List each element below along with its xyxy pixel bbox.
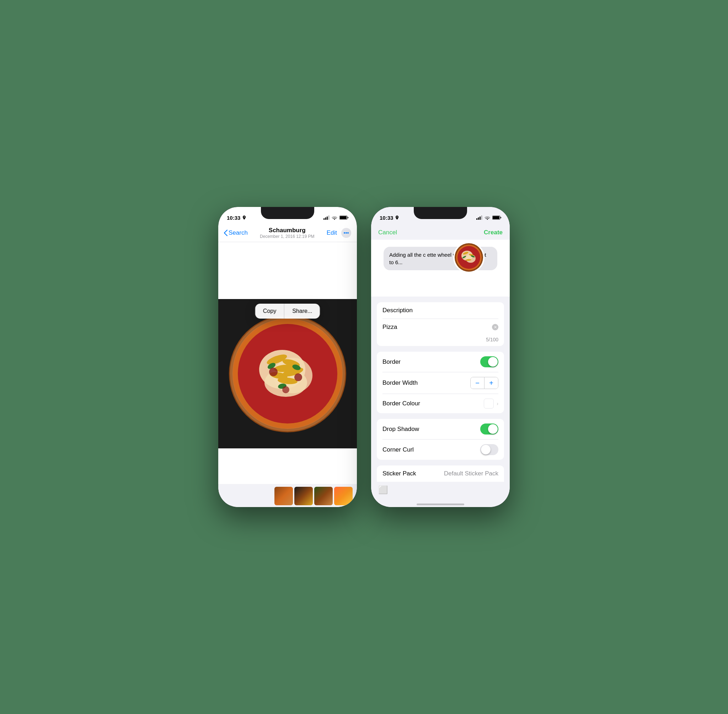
toggle-knob-shadow bbox=[488, 424, 498, 434]
thumbnail-3[interactable] bbox=[314, 487, 333, 505]
section-divider-1 bbox=[371, 297, 510, 302]
cancel-button[interactable]: Cancel bbox=[378, 229, 397, 236]
nav-bar-1: Search Schaumburg December 1, 2016 12:19… bbox=[218, 225, 357, 242]
time-label-1: 10:33 bbox=[227, 215, 240, 221]
drop-shadow-toggle[interactable] bbox=[480, 423, 498, 435]
clear-button[interactable]: ✕ bbox=[492, 324, 498, 330]
description-input[interactable] bbox=[382, 324, 489, 331]
status-time-2: 10:33 bbox=[380, 215, 400, 221]
thumbnail-2[interactable] bbox=[294, 487, 313, 505]
stepper-plus[interactable]: + bbox=[484, 377, 498, 388]
phone-2-screen: 10:33 bbox=[371, 207, 510, 507]
preview-area: Adding all the c ette wheel will equival… bbox=[371, 240, 510, 297]
border-card: Border Border Width − + Border Colour › bbox=[377, 352, 504, 413]
border-row: Border bbox=[382, 352, 498, 372]
back-button-1[interactable]: Search bbox=[224, 230, 248, 237]
status-icons-2 bbox=[476, 216, 501, 220]
svg-point-25 bbox=[269, 368, 278, 376]
toggle-knob-curl bbox=[481, 445, 491, 454]
corner-curl-label: Corner Curl bbox=[382, 446, 414, 453]
chevron-left-icon-1 bbox=[224, 230, 228, 236]
border-label: Border bbox=[382, 358, 401, 366]
thumbnail-strip bbox=[218, 484, 357, 507]
svg-rect-34 bbox=[481, 216, 482, 220]
thumbnail-1[interactable] bbox=[274, 487, 293, 505]
drop-shadow-row: Drop Shadow bbox=[382, 419, 498, 440]
wifi-icon-2 bbox=[484, 216, 490, 220]
stepper-minus[interactable]: − bbox=[470, 377, 484, 388]
svg-rect-32 bbox=[478, 218, 479, 220]
copy-menu-item[interactable]: Copy bbox=[255, 304, 284, 319]
edit-button-1[interactable]: Edit bbox=[327, 230, 337, 237]
sticker-pack-row[interactable]: Sticker Pack Default Sticker Pack bbox=[382, 465, 498, 482]
time-label-2: 10:33 bbox=[380, 215, 393, 221]
notch-2 bbox=[414, 207, 467, 219]
border-width-stepper: − + bbox=[470, 377, 498, 389]
border-toggle[interactable] bbox=[480, 356, 498, 367]
nav-title-main-1: Schaumburg bbox=[260, 227, 314, 234]
svg-rect-36 bbox=[500, 217, 501, 218]
status-icons-1 bbox=[324, 216, 348, 220]
bottom-sticker-icon: ⬜ bbox=[378, 485, 388, 495]
svg-point-9 bbox=[347, 232, 349, 234]
description-label: Description bbox=[382, 307, 413, 314]
svg-rect-31 bbox=[476, 218, 477, 220]
ellipsis-icon-1 bbox=[344, 232, 349, 234]
border-colour-label: Border Colour bbox=[382, 400, 420, 407]
context-menu: Copy Share... bbox=[255, 304, 320, 319]
phone-1-screen: 10:33 bbox=[218, 207, 357, 507]
sticker-pack-label: Sticker Pack bbox=[382, 470, 416, 477]
more-button-1[interactable] bbox=[341, 228, 351, 238]
bottom-white-area bbox=[218, 448, 357, 484]
signal-icon-2 bbox=[476, 216, 482, 220]
effects-card: Drop Shadow Corner Curl bbox=[377, 419, 504, 460]
pizza-image bbox=[218, 299, 357, 448]
signal-icon-1 bbox=[324, 216, 330, 220]
notch-1 bbox=[261, 207, 314, 219]
border-colour-row[interactable]: Border Colour › bbox=[382, 394, 498, 413]
svg-rect-1 bbox=[325, 218, 326, 220]
svg-point-7 bbox=[344, 232, 345, 234]
phone-2: 10:33 bbox=[371, 207, 510, 507]
back-label-1: Search bbox=[229, 230, 248, 237]
top-white-area bbox=[218, 242, 357, 299]
thumbnail-4[interactable] bbox=[334, 487, 353, 505]
toggle-knob-border bbox=[488, 357, 498, 367]
location-icon-2 bbox=[395, 215, 400, 220]
color-swatch[interactable] bbox=[484, 399, 494, 408]
svg-rect-33 bbox=[479, 216, 481, 220]
share-menu-item[interactable]: Share... bbox=[285, 304, 320, 319]
border-width-label: Border Width bbox=[382, 380, 418, 387]
nav-actions-1: Edit bbox=[327, 228, 351, 238]
chevron-right-icon: › bbox=[497, 401, 498, 406]
svg-point-26 bbox=[294, 374, 302, 381]
nav-subtitle-1: December 1, 2016 12:19 PM bbox=[260, 234, 314, 239]
location-icon-1 bbox=[242, 215, 247, 220]
corner-curl-toggle[interactable] bbox=[480, 444, 498, 455]
sheet-nav: Cancel Create bbox=[371, 225, 510, 240]
description-card: Description ✕ 5/100 bbox=[377, 302, 504, 346]
drop-shadow-label: Drop Shadow bbox=[382, 426, 419, 433]
sticker-pack-card: Sticker Pack Default Sticker Pack bbox=[377, 465, 504, 482]
create-button[interactable]: Create bbox=[484, 229, 503, 236]
home-indicator-2 bbox=[371, 498, 510, 507]
svg-rect-37 bbox=[493, 216, 499, 219]
svg-rect-6 bbox=[340, 216, 347, 219]
svg-point-27 bbox=[282, 386, 289, 393]
nav-title-1: Schaumburg December 1, 2016 12:19 PM bbox=[260, 227, 314, 239]
color-row: › bbox=[484, 399, 498, 408]
battery-icon-2 bbox=[492, 216, 501, 220]
wifi-icon-1 bbox=[332, 216, 337, 220]
svg-rect-5 bbox=[348, 217, 348, 218]
description-input-row[interactable]: ✕ bbox=[382, 319, 498, 335]
description-input-area: ✕ bbox=[382, 324, 498, 331]
char-count: 5/100 bbox=[382, 335, 498, 346]
home-bar-2 bbox=[416, 504, 464, 505]
sticker-preview bbox=[453, 242, 485, 273]
battery-icon-1 bbox=[340, 216, 348, 220]
svg-rect-2 bbox=[327, 216, 328, 220]
phone-1: 10:33 bbox=[218, 207, 357, 507]
description-label-row: Description bbox=[382, 302, 498, 319]
corner-curl-row: Corner Curl bbox=[382, 440, 498, 460]
svg-point-8 bbox=[346, 232, 347, 234]
